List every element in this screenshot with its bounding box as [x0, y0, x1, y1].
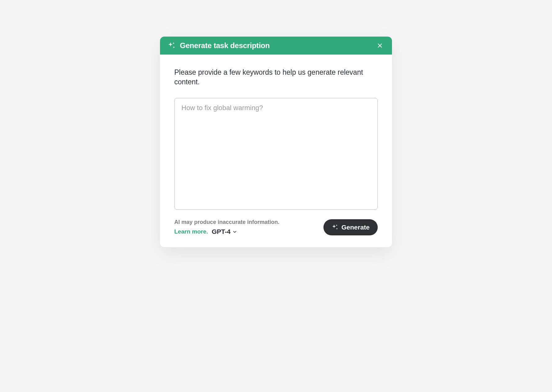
sparkle-icon — [167, 42, 176, 50]
model-selector[interactable]: GPT-4 — [212, 228, 238, 235]
generate-button-label: Generate — [341, 224, 370, 231]
learn-more-link[interactable]: Learn more. — [174, 228, 208, 235]
modal-header: Generate task description — [160, 37, 392, 55]
close-button[interactable] — [375, 41, 385, 50]
generate-task-modal: Generate task description Please provide… — [160, 37, 392, 247]
modal-title: Generate task description — [180, 41, 270, 50]
footer-row2: Learn more. GPT-4 — [174, 228, 279, 235]
header-title-group: Generate task description — [167, 41, 270, 50]
generate-button[interactable]: Generate — [323, 219, 378, 235]
chevron-down-icon — [232, 229, 237, 234]
keywords-input[interactable] — [174, 98, 378, 210]
close-icon — [377, 43, 383, 48]
model-selected-label: GPT-4 — [212, 228, 231, 235]
sparkle-icon — [332, 224, 338, 231]
disclaimer-text: AI may produce inaccurate information. — [174, 219, 279, 225]
modal-footer: AI may produce inaccurate information. L… — [174, 219, 378, 235]
modal-body: Please provide a few keywords to help us… — [160, 55, 392, 247]
footer-left-group: AI may produce inaccurate information. L… — [174, 219, 279, 235]
instructions-text: Please provide a few keywords to help us… — [174, 68, 378, 87]
